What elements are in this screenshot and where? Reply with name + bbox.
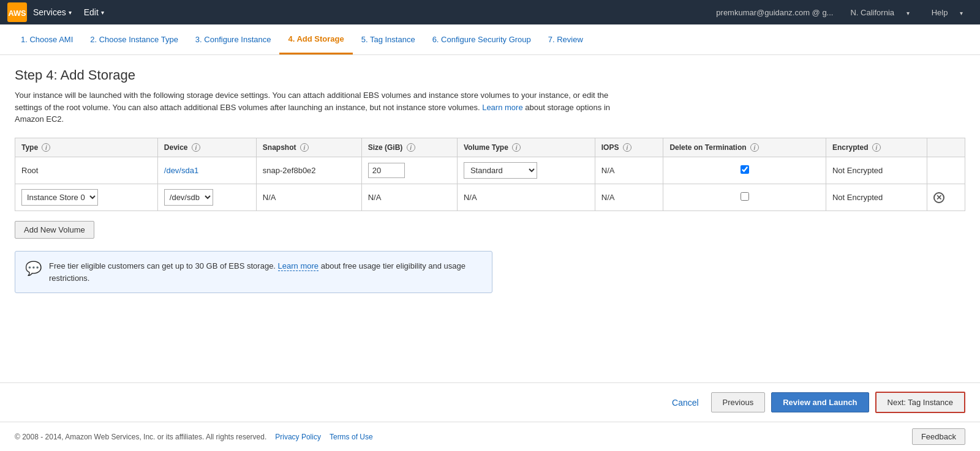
help-chevron-icon: ▾ bbox=[955, 10, 968, 17]
top-nav-right: premkumar@guidanz.com @ g... N. Californ… bbox=[711, 8, 973, 17]
col-iops: IOPS i bbox=[595, 138, 663, 157]
row2-device: /dev/sdb bbox=[157, 184, 256, 211]
page-description: Your instance will be launched with the … bbox=[15, 89, 615, 125]
row2-type-select[interactable]: Instance Store 0 bbox=[21, 189, 98, 206]
services-menu[interactable]: Services ▾ bbox=[27, 7, 78, 17]
wizard-step-tag-instance[interactable]: 5. Tag Instance bbox=[353, 24, 424, 54]
delete-termination-info-icon[interactable]: i bbox=[750, 143, 759, 152]
add-new-volume-button[interactable]: Add New Volume bbox=[15, 221, 94, 239]
row1-volume-type-select[interactable]: Standard Magnetic SSD (gp2) Provisioned … bbox=[464, 162, 537, 179]
row2-iops: N/A bbox=[595, 184, 663, 211]
region-selector[interactable]: N. California ▾ bbox=[840, 8, 919, 17]
type-info-icon[interactable]: i bbox=[42, 143, 50, 152]
user-email[interactable]: premkumar@guidanz.com @ g... bbox=[711, 8, 838, 17]
privacy-policy-link[interactable]: Privacy Policy bbox=[275, 433, 321, 441]
footer-bottom: © 2008 - 2014, Amazon Web Services, Inc.… bbox=[0, 422, 980, 451]
help-menu[interactable]: Help ▾ bbox=[922, 8, 973, 17]
wizard-step-add-storage[interactable]: 4. Add Storage bbox=[279, 24, 352, 54]
wizard-step-review[interactable]: 7. Review bbox=[540, 24, 592, 54]
storage-table: Type i Device i Snapshot i Size (GiB) i bbox=[15, 138, 965, 212]
row2-snapshot: N/A bbox=[256, 184, 361, 211]
main-content: 1. Choose AMI 2. Choose Instance Type 3.… bbox=[0, 24, 980, 422]
row2-encrypted: Not Encrypted bbox=[826, 184, 927, 211]
row2-size: N/A bbox=[361, 184, 457, 211]
row1-iops: N/A bbox=[595, 157, 663, 184]
row2-delete-termination bbox=[663, 184, 826, 211]
col-type: Type i bbox=[15, 138, 158, 157]
svg-text:AWS: AWS bbox=[8, 9, 26, 18]
col-volume-type: Volume Type i bbox=[457, 138, 595, 157]
row2-delete-icon[interactable]: ✕ bbox=[933, 192, 944, 203]
wizard-step-choose-ami[interactable]: 1. Choose AMI bbox=[12, 24, 81, 54]
row2-type: Instance Store 0 bbox=[15, 184, 158, 211]
top-navigation: AWS Services ▾ Edit ▾ premkumar@guidanz.… bbox=[0, 0, 980, 24]
info-box-learn-more-link[interactable]: Learn more bbox=[278, 261, 318, 271]
page-body: Step 4: Add Storage Your instance will b… bbox=[0, 55, 980, 382]
row2-actions: ✕ bbox=[927, 184, 965, 211]
row2-volume-type: N/A bbox=[457, 184, 595, 211]
row2-delete-checkbox[interactable] bbox=[741, 192, 749, 201]
col-snapshot: Snapshot i bbox=[256, 138, 361, 157]
row1-device-link[interactable]: /dev/sda1 bbox=[164, 166, 198, 175]
chat-bubble-icon: 💬 bbox=[25, 261, 42, 277]
wizard-step-choose-instance-type[interactable]: 2. Choose Instance Type bbox=[81, 24, 187, 54]
snapshot-info-icon[interactable]: i bbox=[300, 143, 309, 152]
info-box-text: Free tier eligible customers can get up … bbox=[49, 260, 482, 284]
copyright-text: © 2008 - 2014, Amazon Web Services, Inc.… bbox=[15, 433, 266, 441]
terms-of-use-link[interactable]: Terms of Use bbox=[330, 433, 373, 441]
row1-size bbox=[361, 157, 457, 184]
row1-type: Root bbox=[15, 157, 158, 184]
page-title: Step 4: Add Storage bbox=[15, 67, 965, 83]
encrypted-info-icon[interactable]: i bbox=[872, 143, 881, 152]
row1-encrypted: Not Encrypted bbox=[826, 157, 927, 184]
col-size: Size (GiB) i bbox=[361, 138, 457, 157]
wizard-steps: 1. Choose AMI 2. Choose Instance Type 3.… bbox=[0, 24, 980, 55]
review-and-launch-button[interactable]: Review and Launch bbox=[771, 392, 869, 412]
info-box: 💬 Free tier eligible customers can get u… bbox=[15, 251, 492, 293]
row1-actions bbox=[927, 157, 965, 184]
region-chevron-icon: ▾ bbox=[902, 10, 914, 17]
volume-type-info-icon[interactable]: i bbox=[512, 143, 521, 152]
learn-more-storage-link[interactable]: Learn more bbox=[482, 103, 522, 112]
edit-chevron-icon: ▾ bbox=[101, 9, 104, 16]
footer-navigation: Cancel Previous Review and Launch Next: … bbox=[0, 382, 980, 422]
next-tag-instance-button[interactable]: Next: Tag Instance bbox=[875, 392, 965, 413]
row1-snapshot: snap-2ef8b0e2 bbox=[256, 157, 361, 184]
col-delete-termination: Delete on Termination i bbox=[663, 138, 826, 157]
col-actions bbox=[927, 138, 965, 157]
iops-info-icon[interactable]: i bbox=[623, 143, 631, 152]
services-chevron-icon: ▾ bbox=[69, 9, 72, 16]
cancel-button[interactable]: Cancel bbox=[666, 398, 705, 408]
row1-delete-termination bbox=[663, 157, 826, 184]
size-info-icon[interactable]: i bbox=[407, 143, 415, 152]
wizard-step-configure-instance[interactable]: 3. Configure Instance bbox=[187, 24, 280, 54]
row1-delete-checkbox[interactable] bbox=[741, 165, 749, 174]
row1-volume-type: Standard Magnetic SSD (gp2) Provisioned … bbox=[457, 157, 595, 184]
table-row: Instance Store 0 /dev/sdb N/A N/A N/A N/… bbox=[15, 184, 965, 211]
row1-device: /dev/sda1 bbox=[157, 157, 256, 184]
col-device: Device i bbox=[157, 138, 256, 157]
aws-logo-icon: AWS bbox=[7, 2, 27, 22]
col-encrypted: Encrypted i bbox=[826, 138, 927, 157]
wizard-step-configure-security-group[interactable]: 6. Configure Security Group bbox=[424, 24, 540, 54]
edit-menu[interactable]: Edit ▾ bbox=[78, 7, 110, 17]
row1-size-input[interactable] bbox=[368, 163, 405, 178]
table-row: Root /dev/sda1 snap-2ef8b0e2 Standard Ma… bbox=[15, 157, 965, 184]
device-info-icon[interactable]: i bbox=[192, 143, 200, 152]
previous-button[interactable]: Previous bbox=[711, 392, 766, 412]
row2-device-select[interactable]: /dev/sdb bbox=[164, 189, 213, 206]
feedback-button[interactable]: Feedback bbox=[912, 428, 965, 445]
